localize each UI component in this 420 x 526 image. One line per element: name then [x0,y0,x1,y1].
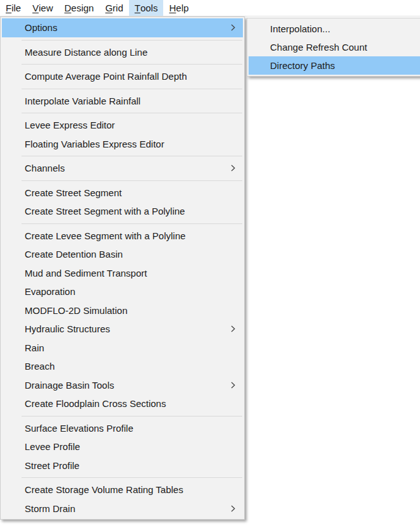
menu-item-create-street-segment[interactable]: Create Street Segment [2,184,243,203]
tools-menu-popup: OptionsMeasure Distance along LineComput… [0,16,245,520]
menubar-item-help[interactable]: Help [163,0,194,16]
menu-item-compute-average-point-rainfall-depth[interactable]: Compute Average Point Rainfall Depth [2,67,243,86]
menu-item-label: Hydraulic Structures [25,323,226,334]
menu-item-label: Create Street Segment [25,187,235,198]
menu-item-measure-distance-along-line[interactable]: Measure Distance along Line [2,43,243,62]
menu-item-label: Compute Average Point Rainfall Depth [25,71,235,82]
menu-item-storm-drain[interactable]: Storm Drain [2,499,243,518]
menu-item-evaporation[interactable]: Evaporation [2,282,243,301]
menu-item-label: Mud and Sediment Transport [25,268,235,279]
menu-item-interpolate-variable-rainfall[interactable]: Interpolate Variable Rainfall [2,92,243,111]
menubar-item-grid[interactable]: Grid [99,0,128,16]
menu-item-mud-and-sediment-transport[interactable]: Mud and Sediment Transport [2,264,243,283]
chevron-right-icon [231,382,235,389]
menu-item-label: Create Detention Basin [25,249,235,260]
menu-item-label: Channels [25,163,226,173]
menu-item-create-levee-segment-with-a-polyline[interactable]: Create Levee Segment with a Polyline [2,227,243,246]
menu-item-options[interactable]: Options [2,18,243,37]
menu-item-label: Breach [25,361,235,372]
menu-item-create-floodplain-cross-sections[interactable]: Create Floodplain Cross Sections [2,394,243,413]
menu-item-surface-elevations-profile[interactable]: Surface Elevations Profile [2,419,243,438]
menu-item-rain[interactable]: Rain [2,339,243,358]
menu-item-label: Levee Profile [25,441,235,452]
menu-item-label: Measure Distance along Line [25,47,235,58]
menu-item-label: Change Refresh Count [270,42,414,53]
menu-item-label: Rain [25,342,235,353]
menu-separator [22,40,242,41]
menu-item-create-detention-basin[interactable]: Create Detention Basin [2,245,243,264]
menu-item-levee-express-editor[interactable]: Levee Express Editor [2,116,243,135]
chevron-right-icon [231,505,235,512]
menu-item-label: Levee Express Editor [25,120,235,130]
menu-item-create-street-segment-with-a-polyline[interactable]: Create Street Segment with a Polyline [2,202,243,221]
menu-item-label: Interpolate Variable Rainfall [25,96,235,106]
menu-separator [22,223,242,224]
menu-item-label: Create Storage Volume Rating Tables [25,484,235,495]
menu-item-modflo-2d-simulation[interactable]: MODFLO-2D Simulation [2,301,243,320]
menu-item-channels[interactable]: Channels [2,159,243,178]
menu-separator [22,477,242,478]
menu-item-label: Floating Variables Express Editor [25,139,235,149]
menu-separator [22,89,242,89]
menubar-item-file[interactable]: File [0,0,27,16]
options-submenu-popup: Interpolation...Change Refresh CountDire… [247,18,420,77]
menu-item-label: Create Floodplain Cross Sections [25,398,235,409]
menu-separator [22,64,242,65]
menu-item-label: Storm Drain [25,503,226,514]
menu-separator [22,180,242,181]
menu-item-breach[interactable]: Breach [2,357,243,376]
menu-item-label: Surface Elevations Profile [25,423,235,434]
menu-item-label: Create Street Segment with a Polyline [25,206,235,216]
chevron-right-icon [231,24,235,31]
menu-item-directory-paths[interactable]: Directory Paths [249,56,420,75]
menu-item-hydraulic-structures[interactable]: Hydraulic Structures [2,320,243,339]
menubar-item-design[interactable]: Design [59,0,100,16]
menubar-item-view[interactable]: View [27,0,59,16]
menu-item-levee-profile[interactable]: Levee Profile [2,437,243,456]
menu-item-floating-variables-express-editor[interactable]: Floating Variables Express Editor [2,135,243,154]
menu-item-create-storage-volume-rating-tables[interactable]: Create Storage Volume Rating Tables [2,480,243,499]
menubar: FileViewDesignGridToolsHelp [0,0,420,16]
menu-item-street-profile[interactable]: Street Profile [2,456,243,475]
menu-separator [22,416,242,416]
menu-item-label: MODFLO-2D Simulation [25,305,235,316]
menu-item-label: Evaporation [25,286,235,297]
chevron-right-icon [231,165,235,172]
menu-item-label: Options [25,22,226,33]
menu-item-label: Drainage Basin Tools [25,380,226,391]
menubar-item-tools[interactable]: Tools [129,0,164,16]
menu-item-label: Street Profile [25,460,235,471]
menu-item-change-refresh-count[interactable]: Change Refresh Count [249,38,420,56]
menu-item-interpolation[interactable]: Interpolation... [249,20,420,38]
menu-item-label: Directory Paths [270,60,414,71]
menu-separator [22,156,242,156]
menu-item-label: Create Levee Segment with a Polyline [25,230,235,241]
menu-separator [22,113,242,113]
menu-item-drainage-basin-tools[interactable]: Drainage Basin Tools [2,376,243,395]
chevron-right-icon [231,325,235,332]
menu-item-label: Interpolation... [270,23,414,34]
